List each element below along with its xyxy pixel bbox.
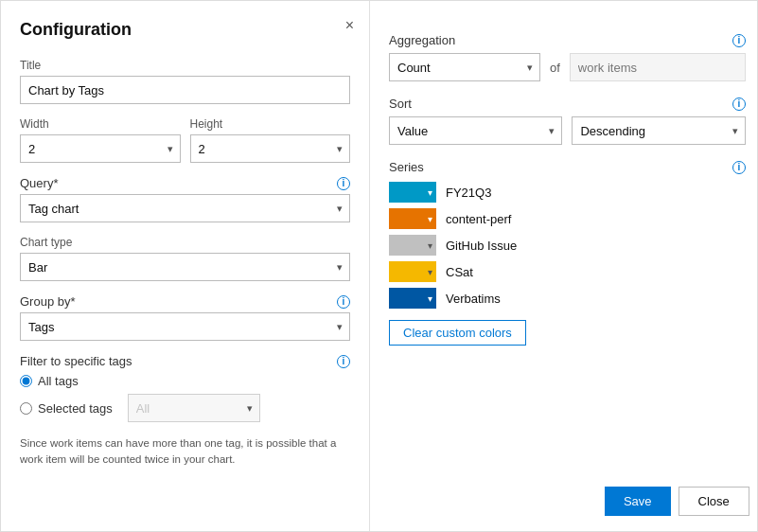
filter-label: Filter to specific tags bbox=[20, 354, 132, 368]
height-select[interactable]: 234 bbox=[190, 134, 351, 163]
chart-type-select-wrapper: BarPieLine ▾ bbox=[20, 253, 350, 281]
selected-tags-radio[interactable] bbox=[20, 402, 32, 415]
right-panel: Aggregation i CountSum ▾ of Sort i Value… bbox=[370, 1, 758, 531]
selected-tags-select-wrapper: All ▾ bbox=[128, 394, 260, 422]
filter-info-icon[interactable]: i bbox=[337, 355, 350, 368]
aggregation-select[interactable]: CountSum bbox=[389, 53, 540, 81]
series-header-row: Series i bbox=[389, 160, 746, 174]
fy21q3-color-swatch[interactable] bbox=[389, 182, 436, 203]
work-items-input bbox=[570, 53, 746, 81]
series-item-csat: ▾ CSat bbox=[389, 261, 746, 282]
group-by-info-icon[interactable]: i bbox=[337, 295, 350, 309]
all-tags-radio-item: All tags bbox=[20, 374, 350, 388]
clear-custom-colors-button[interactable]: Clear custom colors bbox=[389, 320, 526, 346]
series-item-fy21q3: ▾ FY21Q3 bbox=[389, 182, 746, 203]
query-label: Query* bbox=[20, 176, 58, 190]
group-by-select[interactable]: Tags bbox=[20, 312, 350, 341]
content-perf-label: content-perf bbox=[446, 212, 511, 226]
verbatims-color-swatch[interactable] bbox=[389, 288, 436, 309]
width-label: Width bbox=[20, 117, 181, 131]
width-select-wrapper: 234 ▾ bbox=[20, 134, 181, 163]
group-by-label-row: Group by* i bbox=[20, 294, 350, 309]
sort-info-icon[interactable]: i bbox=[732, 98, 746, 111]
title-label: Title bbox=[20, 59, 350, 72]
aggregation-label-row: Aggregation i bbox=[389, 33, 746, 47]
height-label: Height bbox=[190, 117, 351, 131]
filter-radio-group: All tags Selected tags All ▾ bbox=[20, 374, 350, 422]
query-info-icon[interactable]: i bbox=[337, 177, 350, 190]
aggregation-label: Aggregation bbox=[389, 33, 455, 47]
github-issue-color-swatch[interactable] bbox=[389, 235, 436, 256]
dialog-title: Configuration bbox=[20, 20, 350, 40]
verbatims-label: Verbatims bbox=[446, 292, 501, 306]
csat-color-swatch[interactable] bbox=[389, 261, 436, 282]
group-by-label: Group by* bbox=[20, 294, 76, 309]
configuration-dialog: Configuration × Title Width 234 ▾ Height… bbox=[0, 0, 758, 532]
chart-type-select[interactable]: BarPieLine bbox=[20, 253, 350, 281]
height-select-wrapper: 234 ▾ bbox=[190, 134, 351, 163]
verbatims-swatch-wrapper: ▾ bbox=[389, 288, 436, 309]
series-item-content-perf: ▾ content-perf bbox=[389, 208, 746, 229]
github-issue-swatch-wrapper: ▾ bbox=[389, 235, 436, 256]
fy21q3-label: FY21Q3 bbox=[446, 186, 491, 200]
aggregation-row: CountSum ▾ of bbox=[389, 53, 746, 81]
all-tags-label: All tags bbox=[38, 374, 79, 388]
selected-tags-row: Selected tags All ▾ bbox=[20, 394, 350, 422]
title-input[interactable] bbox=[20, 76, 350, 104]
query-label-row: Query* i bbox=[20, 176, 350, 190]
dialog-close-button[interactable]: × bbox=[345, 18, 354, 33]
sort-row: ValueLabel ▾ DescendingAscending ▾ bbox=[389, 116, 746, 145]
width-select[interactable]: 234 bbox=[20, 134, 181, 163]
bottom-actions: Save Close bbox=[605, 487, 749, 516]
github-issue-label: GitHub Issue bbox=[446, 239, 517, 253]
selected-tags-select[interactable]: All bbox=[128, 394, 260, 422]
sort-value-select-wrapper: ValueLabel ▾ bbox=[389, 116, 562, 145]
series-list: ▾ FY21Q3 ▾ content-perf ▾ GitHub Issue bbox=[389, 182, 746, 309]
sort-order-select-wrapper: DescendingAscending ▾ bbox=[572, 116, 745, 145]
sort-value-select[interactable]: ValueLabel bbox=[389, 116, 562, 145]
sort-order-select[interactable]: DescendingAscending bbox=[572, 116, 745, 145]
query-select[interactable]: Tag chart bbox=[20, 194, 350, 222]
group-by-select-wrapper: Tags ▾ bbox=[20, 312, 350, 341]
csat-label: CSat bbox=[446, 265, 473, 279]
filter-label-row: Filter to specific tags i bbox=[20, 354, 350, 368]
content-perf-color-swatch[interactable] bbox=[389, 208, 436, 229]
note-text: Since work items can have more than one … bbox=[20, 435, 350, 469]
chart-type-label: Chart type bbox=[20, 236, 350, 249]
of-text: of bbox=[550, 61, 560, 75]
save-button[interactable]: Save bbox=[605, 487, 671, 516]
sort-label-row: Sort i bbox=[389, 97, 746, 111]
series-item-verbatims: ▾ Verbatims bbox=[389, 288, 746, 309]
aggregation-info-icon[interactable]: i bbox=[732, 34, 746, 47]
aggregation-select-wrapper: CountSum ▾ bbox=[389, 53, 540, 81]
query-select-wrapper: Tag chart ▾ bbox=[20, 194, 350, 222]
selected-tags-radio-item: Selected tags bbox=[20, 401, 113, 416]
all-tags-radio[interactable] bbox=[20, 375, 32, 387]
content-perf-swatch-wrapper: ▾ bbox=[389, 208, 436, 229]
selected-tags-label: Selected tags bbox=[38, 401, 113, 416]
series-label: Series bbox=[389, 160, 424, 174]
fy21q3-swatch-wrapper: ▾ bbox=[389, 182, 436, 203]
sort-label: Sort bbox=[389, 97, 412, 111]
close-button[interactable]: Close bbox=[679, 487, 749, 516]
series-info-icon[interactable]: i bbox=[732, 161, 746, 174]
csat-swatch-wrapper: ▾ bbox=[389, 261, 436, 282]
series-item-github-issue: ▾ GitHub Issue bbox=[389, 235, 746, 256]
left-panel: Configuration × Title Width 234 ▾ Height… bbox=[1, 1, 370, 531]
